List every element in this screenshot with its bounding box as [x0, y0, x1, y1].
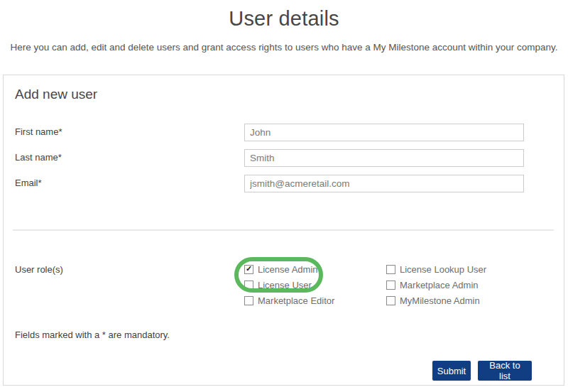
role-checkbox-license-user[interactable]: ✓ License User	[244, 279, 312, 290]
user-details-page: User details Here you can add, edit and …	[0, 0, 568, 392]
role-checkbox-marketplace-editor[interactable]: ✓ Marketplace Editor	[244, 295, 334, 306]
submit-button[interactable]: Submit	[432, 361, 471, 381]
role-label: License User	[258, 280, 312, 290]
page-title: User details	[0, 7, 568, 31]
last-name-label: Last name*	[15, 152, 62, 163]
checkbox-icon: ✓	[244, 281, 253, 290]
email-label: Email*	[15, 178, 42, 188]
check-icon: ✓	[246, 265, 252, 273]
role-label: License Lookup User	[400, 264, 486, 275]
role-label: Marketplace Editor	[258, 295, 334, 306]
back-to-list-button[interactable]: Back to list	[478, 361, 532, 381]
first-name-input[interactable]	[244, 124, 524, 141]
role-label: License Admin	[258, 264, 318, 275]
user-roles-label: User role(s)	[15, 264, 63, 275]
mandatory-fields-note: Fields marked with a * are mandatory.	[15, 330, 170, 340]
add-new-user-panel: Add new user First name* Last name* Emai…	[3, 75, 564, 386]
checkbox-icon: ✓	[386, 296, 395, 305]
page-subtitle: Here you can add, edit and delete users …	[0, 42, 568, 53]
role-label: Marketplace Admin	[400, 280, 479, 290]
last-name-input[interactable]	[244, 149, 524, 167]
role-label: MyMilestone Admin	[400, 295, 480, 306]
role-checkbox-marketplace-admin[interactable]: ✓ Marketplace Admin	[386, 279, 479, 290]
role-checkbox-license-admin[interactable]: ✓ License Admin	[244, 263, 318, 275]
section-divider	[13, 229, 554, 231]
checkbox-icon: ✓	[386, 265, 395, 274]
role-checkbox-mymilestone-admin[interactable]: ✓ MyMilestone Admin	[386, 295, 480, 306]
role-checkbox-license-lookup-user[interactable]: ✓ License Lookup User	[386, 263, 486, 275]
checkbox-icon: ✓	[386, 281, 395, 290]
panel-heading: Add new user	[15, 87, 97, 102]
checkbox-icon: ✓	[244, 296, 253, 305]
checkbox-icon: ✓	[244, 265, 253, 274]
email-input[interactable]	[244, 175, 524, 192]
first-name-label: First name*	[15, 126, 62, 137]
